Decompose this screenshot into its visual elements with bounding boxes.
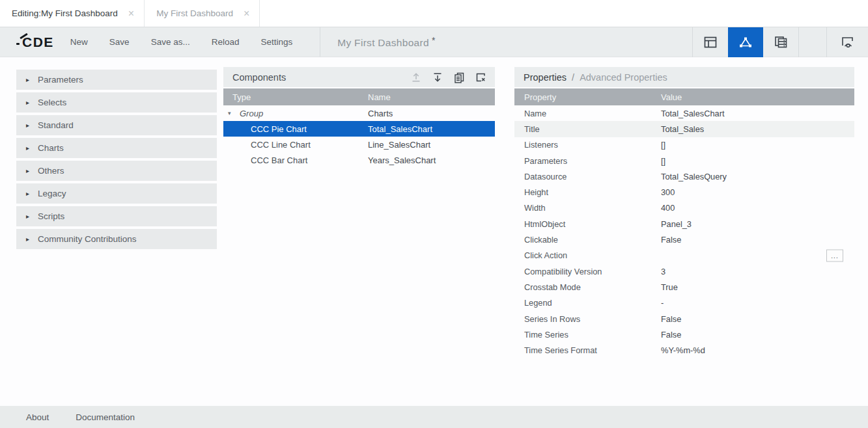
sidebar-item-parameters[interactable]: ▸Parameters (16, 70, 217, 90)
sidebar-item-label: Standard (38, 120, 74, 130)
sidebar-item-scripts[interactable]: ▸Scripts (16, 206, 217, 226)
tab-editing-my-first-dashboard[interactable]: Editing:My First Dashboard× (0, 0, 145, 27)
sidebar-item-legacy[interactable]: ▸Legacy (16, 183, 217, 204)
property-row-title[interactable]: TitleTotal_Sales (514, 121, 854, 137)
menu-item-settings[interactable]: Settings (260, 37, 292, 47)
menu-item-reload[interactable]: Reload (212, 37, 240, 47)
menu-item-save[interactable]: Save (109, 37, 130, 47)
menu-item-new[interactable]: New (70, 37, 88, 47)
unsaved-marker: * (432, 35, 436, 46)
property-name: Crosstab Mode (514, 282, 661, 292)
property-name: Series In Rows (514, 314, 661, 324)
property-name: Name (514, 109, 661, 118)
components-panel-button[interactable] (728, 27, 763, 57)
component-categories-sidebar: ▸Parameters▸Selects▸Standard▸Charts▸Othe… (16, 70, 217, 252)
property-name: Clickable (514, 235, 661, 245)
property-row-datasource[interactable]: DatasourceTotal_SalesQuery (514, 168, 854, 184)
preview-icon (839, 34, 856, 51)
expanded-arrow-icon[interactable]: ▾ (228, 110, 235, 116)
sidebar-item-label: Others (38, 166, 64, 176)
components-toolbar (410, 71, 487, 84)
property-row-width[interactable]: Width400 (514, 200, 854, 216)
property-row-parameters[interactable]: Parameters[] (514, 153, 854, 168)
delete-icon[interactable] (474, 71, 487, 84)
footer-link-documentation[interactable]: Documentation (76, 412, 135, 422)
sidebar-item-community-contributions[interactable]: ▸Community Contributions (16, 229, 217, 249)
properties-header-separator: / (572, 72, 574, 83)
property-name: Compatibility Version (514, 267, 661, 276)
component-type: CCC Bar Chart (251, 155, 307, 165)
layout-panel-icon (703, 34, 718, 50)
component-row-line-saleschart[interactable]: CCC Line ChartLine_SalesChart (223, 137, 495, 152)
component-row-total-saleschart[interactable]: CCC Pie ChartTotal_SalesChart (223, 121, 495, 137)
property-value: False (661, 330, 854, 340)
components-table-body: ▾GroupChartsCCC Pie ChartTotal_SalesChar… (223, 105, 495, 168)
property-value: False (661, 235, 854, 245)
property-row-click-action[interactable]: Click Action... (514, 248, 854, 263)
component-type: CCC Pie Chart (251, 124, 307, 134)
property-value: 3 (661, 267, 854, 276)
footer: AboutDocumentation (0, 406, 868, 428)
edit-click-action-button[interactable]: ... (826, 249, 843, 261)
component-name: Charts (368, 109, 495, 118)
sidebar-item-charts[interactable]: ▸Charts (16, 138, 217, 158)
move-down-icon[interactable] (431, 71, 444, 84)
sidebar-item-others[interactable]: ▸Others (16, 161, 217, 181)
tab-label: Editing:My First Dashboard (12, 8, 118, 18)
properties-panel-header: Properties / Advanced Properties (514, 67, 854, 87)
property-row-compatibility-version[interactable]: Compatibility Version3 (514, 263, 854, 279)
property-name: Height (514, 187, 661, 197)
property-name: Title (514, 124, 661, 134)
properties-tab[interactable]: Properties (524, 72, 567, 83)
footer-link-about[interactable]: About (26, 412, 49, 422)
property-row-series-in-rows[interactable]: Series In RowsFalse (514, 311, 854, 327)
property-name: HtmlObject (514, 219, 661, 229)
column-header-value: Value (661, 92, 854, 102)
datasources-panel-button[interactable] (763, 27, 798, 57)
cde-logo: CDE (18, 34, 54, 50)
property-row-htmlobject[interactable]: HtmlObjectPanel_3 (514, 216, 854, 232)
tab-my-first-dashboard[interactable]: My First Dashboard× (145, 0, 260, 27)
property-value: Panel_3 (661, 219, 854, 229)
advanced-properties-tab[interactable]: Advanced Properties (580, 72, 667, 83)
toolbar-spacer (799, 27, 826, 57)
column-header-property: Property (514, 92, 661, 102)
component-type-cell: CCC Pie Chart (223, 124, 368, 134)
preview-button[interactable] (827, 27, 868, 57)
sidebar-item-selects[interactable]: ▸Selects (16, 92, 217, 113)
menu-item-save-as[interactable]: Save as... (151, 37, 190, 47)
app-toolbar: CDE NewSaveSave as...ReloadSettings My F… (0, 27, 868, 57)
collapsed-arrow-icon: ▸ (26, 99, 33, 106)
component-row-years-saleschart[interactable]: CCC Bar ChartYears_SalesChart (223, 152, 495, 168)
property-row-listeners[interactable]: Listeners[] (514, 137, 854, 153)
tab-close-icon[interactable]: × (128, 8, 134, 19)
sidebar-item-standard[interactable]: ▸Standard (16, 115, 217, 135)
move-up-icon[interactable] (410, 71, 423, 84)
property-value: %Y-%m-%d (661, 345, 854, 355)
component-row-charts[interactable]: ▾GroupCharts (223, 105, 495, 121)
property-row-crosstab-mode[interactable]: Crosstab ModeTrue (514, 279, 854, 295)
property-name: Click Action (514, 250, 661, 260)
property-row-height[interactable]: Height300 (514, 184, 854, 200)
property-row-legend[interactable]: Legend- (514, 295, 854, 311)
property-row-time-series-format[interactable]: Time Series Format%Y-%m-%d (514, 342, 854, 358)
column-header-type: Type (223, 92, 368, 102)
property-value: [] (661, 156, 854, 166)
property-name: Width (514, 203, 661, 213)
collapsed-arrow-icon: ▸ (26, 122, 33, 129)
collapsed-arrow-icon: ▸ (26, 167, 33, 174)
property-value: Total_Sales (661, 124, 854, 134)
duplicate-icon[interactable] (453, 71, 466, 84)
dashboard-title: My First Dashboard* (337, 35, 435, 49)
properties-table-header: Property Value (514, 88, 854, 105)
tab-close-icon[interactable]: × (244, 8, 249, 19)
property-row-time-series[interactable]: Time SeriesFalse (514, 327, 854, 342)
property-name: Time Series (514, 330, 661, 340)
property-row-clickable[interactable]: ClickableFalse (514, 232, 854, 247)
property-value: Total_SalesQuery (661, 172, 854, 181)
column-header-name: Name (368, 92, 495, 102)
properties-table-body: NameTotal_SalesChartTitleTotal_SalesList… (514, 105, 854, 358)
layout-panel-button[interactable] (693, 27, 728, 57)
property-row-name[interactable]: NameTotal_SalesChart (514, 105, 854, 121)
tab-label: My First Dashboard (156, 8, 233, 18)
